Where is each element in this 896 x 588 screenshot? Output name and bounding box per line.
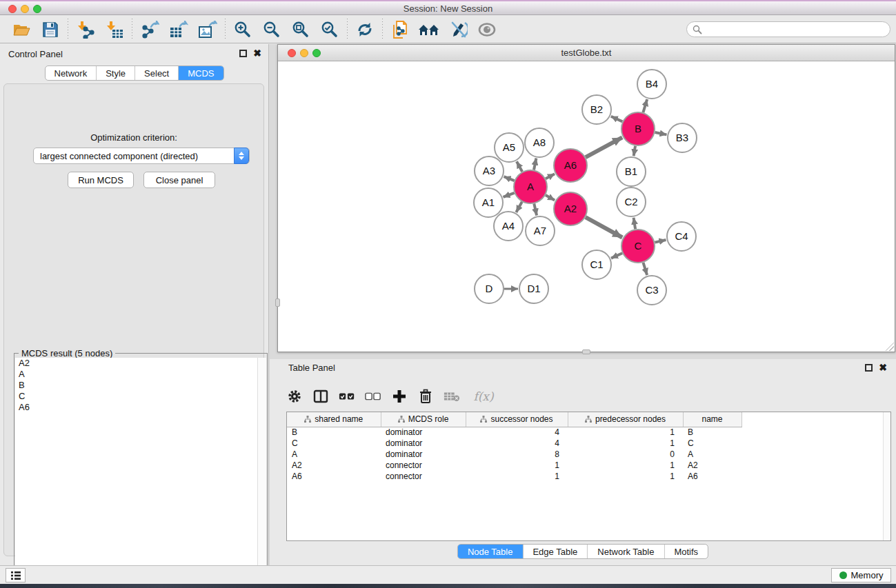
edge-C-C1[interactable]: [611, 253, 622, 258]
edge-A-A7[interactable]: [534, 203, 537, 215]
task-history-button[interactable]: [6, 568, 26, 582]
memory-button[interactable]: Memory: [831, 568, 891, 582]
add-column-button[interactable]: [391, 387, 408, 405]
delete-column-button[interactable]: [417, 387, 434, 405]
search-input[interactable]: [686, 21, 890, 37]
table-cell[interactable]: dominator: [381, 449, 466, 460]
edge-B-B2[interactable]: [611, 116, 623, 122]
table-cell[interactable]: A: [287, 449, 381, 460]
pane-divider-grip[interactable]: [275, 298, 280, 307]
open-session-button[interactable]: [7, 18, 36, 41]
table-row[interactable]: Cdominator41C: [287, 438, 890, 449]
table-settings-button[interactable]: [286, 387, 303, 405]
edge-A-A1[interactable]: [504, 193, 515, 197]
edge-A-A5[interactable]: [517, 161, 522, 172]
table-cell[interactable]: dominator: [381, 438, 466, 449]
mcds-list-scrollbar[interactable]: [257, 358, 266, 588]
mcds-result-item[interactable]: A: [15, 369, 266, 380]
edge-C-C4[interactable]: [655, 240, 666, 243]
tab-style[interactable]: Style: [97, 66, 135, 80]
zoom-fit-button[interactable]: [286, 18, 315, 41]
edge-B-B3[interactable]: [655, 132, 667, 134]
table-row[interactable]: A2connector11A2: [287, 460, 890, 471]
close-panel-icon[interactable]: ✖: [879, 364, 887, 372]
zoom-out-button[interactable]: [257, 18, 286, 41]
float-panel-icon[interactable]: [865, 364, 873, 372]
mcds-result-list[interactable]: A2ABCA6: [15, 358, 266, 588]
table-cell[interactable]: B: [683, 427, 741, 438]
tab-network-table[interactable]: Network Table: [588, 545, 664, 558]
tab-motifs[interactable]: Motifs: [664, 545, 708, 558]
float-panel-icon[interactable]: [239, 50, 247, 57]
edge-A6-B[interactable]: [586, 137, 622, 157]
network-window-titlebar[interactable]: testGlobe.txt: [278, 45, 895, 61]
edge-A-A3[interactable]: [504, 176, 515, 181]
table-cell[interactable]: connector: [381, 460, 466, 471]
table-cell[interactable]: dominator: [381, 427, 466, 438]
deselect-all-button[interactable]: [365, 387, 381, 405]
network-from-selection-button[interactable]: [386, 18, 415, 41]
table-cell[interactable]: 8: [466, 449, 568, 460]
import-table-button[interactable]: [100, 18, 129, 41]
window-resize-handle[interactable]: [886, 343, 894, 351]
edge-A-A4[interactable]: [516, 202, 522, 212]
apply-layout-button[interactable]: [350, 18, 379, 41]
table-cell[interactable]: A6: [287, 471, 381, 482]
mcds-result-item[interactable]: A2: [15, 358, 266, 369]
show-graphics-details-button[interactable]: [472, 18, 501, 41]
table-cell[interactable]: 1: [466, 471, 568, 482]
show-column-button[interactable]: [312, 387, 329, 405]
column-header-predecessor-nodes[interactable]: predecessor nodes: [568, 412, 683, 427]
table-row[interactable]: A6connector11A6: [287, 471, 890, 482]
edge-B-B1[interactable]: [634, 146, 635, 156]
pane-divider-grip[interactable]: [582, 349, 590, 354]
table-cell[interactable]: 1: [568, 460, 683, 471]
export-image-button[interactable]: [193, 18, 222, 41]
function-builder-button[interactable]: f(x): [470, 387, 497, 405]
close-panel-icon[interactable]: ✖: [253, 50, 261, 57]
edge-C-C3[interactable]: [644, 263, 648, 275]
column-header-successor-nodes[interactable]: successor nodes: [466, 412, 568, 427]
table-cell[interactable]: 1: [466, 460, 568, 471]
table-cell[interactable]: 4: [466, 438, 568, 449]
table-cell[interactable]: 1: [568, 438, 683, 449]
table-cell[interactable]: A2: [287, 460, 381, 471]
zoom-selected-button[interactable]: [315, 18, 344, 41]
zoom-in-button[interactable]: [228, 18, 257, 41]
table-cell[interactable]: 1: [568, 471, 683, 482]
table-cell[interactable]: C: [683, 438, 741, 449]
table-cell[interactable]: A: [683, 449, 741, 460]
edge-B-B4[interactable]: [643, 99, 647, 112]
table-row[interactable]: Adominator80A: [287, 449, 890, 460]
delete-table-button[interactable]: [444, 387, 460, 405]
export-network-button[interactable]: [135, 18, 164, 41]
optimization-criterion-select[interactable]: largest connected component (directed): [33, 148, 250, 164]
tab-edge-table[interactable]: Edge Table: [523, 545, 588, 558]
save-session-button[interactable]: [36, 18, 65, 41]
run-mcds-button[interactable]: Run MCDS: [68, 172, 134, 188]
table-scrollbar[interactable]: [883, 412, 890, 540]
table-cell[interactable]: 4: [466, 427, 568, 438]
show-all-button[interactable]: [415, 18, 444, 41]
close-panel-button[interactable]: Close panel: [143, 172, 215, 188]
hide-annotations-button[interactable]: [444, 18, 472, 41]
table-cell[interactable]: 1: [568, 427, 683, 438]
mcds-result-item[interactable]: C: [15, 391, 266, 402]
network-canvas[interactable]: B4B2BB3A8A5A6A3B1AA1C2A2A4A7C4CC1C3DD1: [278, 61, 895, 352]
table-cell[interactable]: 0: [568, 449, 683, 460]
table-row[interactable]: Bdominator41B: [287, 427, 890, 438]
edge-A-A6[interactable]: [546, 174, 555, 179]
import-network-button[interactable]: [71, 18, 100, 41]
table-cell[interactable]: C: [287, 438, 381, 449]
tab-node-table[interactable]: Node Table: [458, 545, 524, 558]
table-cell[interactable]: connector: [381, 471, 466, 482]
mcds-result-item[interactable]: B: [15, 380, 266, 391]
tab-mcds[interactable]: MCDS: [179, 66, 223, 80]
tab-select[interactable]: Select: [135, 66, 179, 80]
column-header-mcds-role[interactable]: MCDS role: [381, 412, 466, 427]
edge-A2-C[interactable]: [586, 217, 622, 237]
mcds-result-item[interactable]: A6: [15, 402, 266, 413]
table-cell[interactable]: B: [287, 427, 381, 438]
column-header-shared-name[interactable]: shared name: [287, 412, 381, 427]
table-cell[interactable]: A2: [683, 460, 741, 471]
